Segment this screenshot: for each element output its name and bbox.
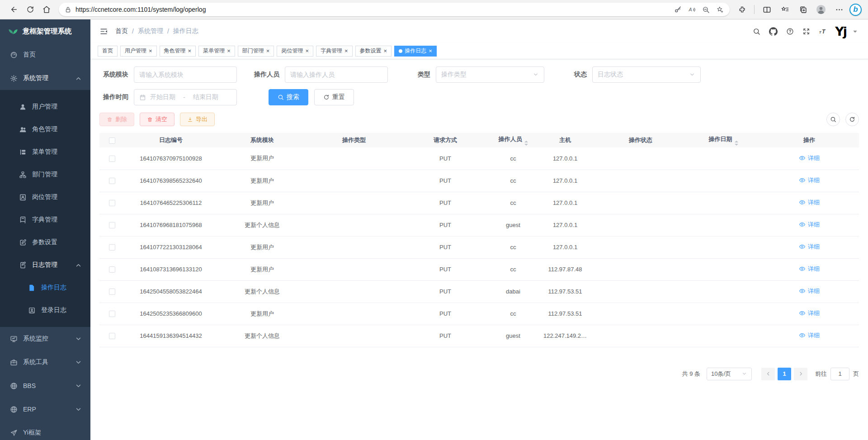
- type-select[interactable]: 操作类型: [436, 66, 544, 83]
- prev-page-button[interactable]: [761, 368, 775, 380]
- row-checkbox[interactable]: [109, 178, 115, 184]
- row-checkbox[interactable]: [109, 333, 115, 339]
- detail-link[interactable]: 详细: [799, 221, 820, 229]
- sidebar-item-menu[interactable]: 菜单管理: [0, 141, 90, 163]
- row-checkbox[interactable]: [109, 311, 115, 317]
- sidebar-item-operlog[interactable]: 操作日志: [0, 276, 90, 299]
- tab-close-icon[interactable]: ×: [227, 48, 231, 54]
- detail-link[interactable]: 详细: [799, 265, 820, 273]
- sidebar-item-log[interactable]: 日志管理: [0, 254, 90, 276]
- avatar-caret-down-icon[interactable]: [851, 28, 859, 35]
- sort-carets-icon[interactable]: [524, 141, 528, 146]
- breadcrumb-item[interactable]: 首页: [115, 27, 128, 35]
- row-checkbox[interactable]: [109, 266, 115, 273]
- sidebar-item-bbs[interactable]: BBS: [0, 374, 90, 397]
- tab-close-icon[interactable]: ×: [429, 48, 432, 54]
- collections-button[interactable]: [795, 2, 811, 17]
- status-select[interactable]: 日志状态: [592, 66, 701, 83]
- browser-reload-button[interactable]: [23, 2, 38, 17]
- sidebar-item-yi[interactable]: Yi框架: [0, 421, 90, 440]
- sidebar-item-tools[interactable]: 系统工具: [0, 350, 90, 374]
- url-text[interactable]: https://ccnetcore.com:1101/system/log/op…: [75, 6, 670, 13]
- tab-close-icon[interactable]: ×: [384, 48, 387, 54]
- tab-dict[interactable]: 字典管理×: [316, 46, 353, 57]
- tab-close-icon[interactable]: ×: [344, 48, 348, 54]
- sidebar-item-system[interactable]: 系统管理: [0, 66, 90, 90]
- split-screen-button[interactable]: [759, 2, 774, 17]
- zoom-out-icon[interactable]: [702, 6, 710, 14]
- sort-carets-icon[interactable]: [735, 141, 738, 146]
- tab-close-icon[interactable]: ×: [149, 48, 152, 54]
- browser-home-button[interactable]: [39, 2, 54, 17]
- add-favorite-icon[interactable]: [716, 6, 724, 14]
- browser-back-button[interactable]: [6, 2, 22, 17]
- reset-button[interactable]: 重置: [314, 89, 354, 105]
- date-range-picker[interactable]: 开始日期 - 结束日期: [134, 89, 237, 105]
- detail-link[interactable]: 详细: [799, 287, 820, 295]
- tab-dept[interactable]: 部门管理×: [238, 46, 274, 57]
- sidebar-item-monitor[interactable]: 系统监控: [0, 327, 90, 350]
- detail-link[interactable]: 详细: [799, 199, 820, 207]
- tab-home[interactable]: 首页: [98, 46, 118, 57]
- read-aloud-icon[interactable]: A: [688, 6, 696, 14]
- tab-close-icon[interactable]: ×: [266, 48, 270, 54]
- extensions-button[interactable]: [734, 2, 750, 17]
- address-bar[interactable]: https://ccnetcore.com:1101/system/log/op…: [59, 3, 730, 16]
- github-icon[interactable]: [769, 27, 778, 36]
- breadcrumb-item[interactable]: 操作日志: [173, 27, 198, 35]
- detail-link[interactable]: 详细: [799, 309, 820, 317]
- tab-param[interactable]: 参数设置×: [355, 46, 392, 57]
- tab-close-icon[interactable]: ×: [188, 48, 192, 54]
- tab-role[interactable]: 角色管理×: [160, 46, 196, 57]
- detail-link[interactable]: 详细: [799, 331, 820, 340]
- column-header-operator[interactable]: 操作人员: [490, 133, 536, 147]
- sidebar-item-dept[interactable]: 部门管理: [0, 163, 90, 186]
- page-size-select[interactable]: 10条/页: [707, 368, 752, 380]
- detail-link[interactable]: 详细: [799, 154, 820, 162]
- tab-operlog[interactable]: 操作日志×: [394, 46, 437, 57]
- module-input[interactable]: [139, 71, 231, 78]
- browser-menu-button[interactable]: [831, 2, 847, 17]
- sidebar-item-erp[interactable]: ERP: [0, 397, 90, 421]
- fullscreen-icon[interactable]: [802, 28, 810, 35]
- row-checkbox[interactable]: [109, 156, 115, 162]
- detail-link[interactable]: 详细: [799, 243, 820, 251]
- page-number-button[interactable]: 1: [778, 368, 791, 380]
- delete-button[interactable]: 删除: [99, 113, 134, 126]
- sidebar-item-user[interactable]: 用户管理: [0, 95, 90, 118]
- tab-post[interactable]: 岗位管理×: [277, 46, 313, 57]
- clear-button[interactable]: 清空: [140, 113, 175, 126]
- table-refresh-button[interactable]: [845, 113, 859, 126]
- row-checkbox[interactable]: [109, 244, 115, 251]
- detail-link[interactable]: 详细: [799, 176, 820, 185]
- sidebar-item-post[interactable]: 岗位管理: [0, 186, 90, 208]
- tab-close-icon[interactable]: ×: [305, 48, 309, 54]
- tab-user[interactable]: 用户管理×: [120, 46, 157, 57]
- tab-menu[interactable]: 菜单管理×: [198, 46, 235, 57]
- table-search-toggle-button[interactable]: [826, 113, 840, 126]
- row-checkbox[interactable]: [109, 222, 115, 228]
- app-logo[interactable]: 意框架管理系统: [0, 19, 90, 43]
- browser-profile-button[interactable]: [813, 2, 829, 17]
- sidebar-item-loginlog[interactable]: 登录日志: [0, 299, 90, 322]
- font-size-icon[interactable]: TT: [819, 28, 826, 35]
- user-avatar[interactable]: Yj: [835, 25, 846, 38]
- breadcrumb-item[interactable]: 系统管理: [138, 27, 163, 35]
- next-page-button[interactable]: [794, 368, 807, 380]
- search-button[interactable]: 搜索: [269, 89, 308, 105]
- operator-input[interactable]: [290, 71, 382, 78]
- password-key-icon[interactable]: [674, 6, 682, 14]
- row-checkbox[interactable]: [109, 200, 115, 206]
- favorites-button[interactable]: [777, 2, 793, 17]
- sidebar-collapse-button[interactable]: [99, 27, 108, 36]
- copilot-bing-button[interactable]: b: [849, 4, 862, 16]
- sidebar-item-home[interactable]: 首页: [0, 43, 90, 66]
- sidebar-item-dict[interactable]: 字典管理: [0, 208, 90, 231]
- header-search-icon[interactable]: [753, 28, 760, 35]
- select-all-checkbox[interactable]: [109, 137, 115, 144]
- row-checkbox[interactable]: [109, 289, 115, 295]
- export-button[interactable]: 导出: [180, 113, 215, 126]
- sidebar-item-param[interactable]: 参数设置: [0, 231, 90, 254]
- help-icon[interactable]: [786, 28, 794, 35]
- sidebar-item-role[interactable]: 角色管理: [0, 118, 90, 141]
